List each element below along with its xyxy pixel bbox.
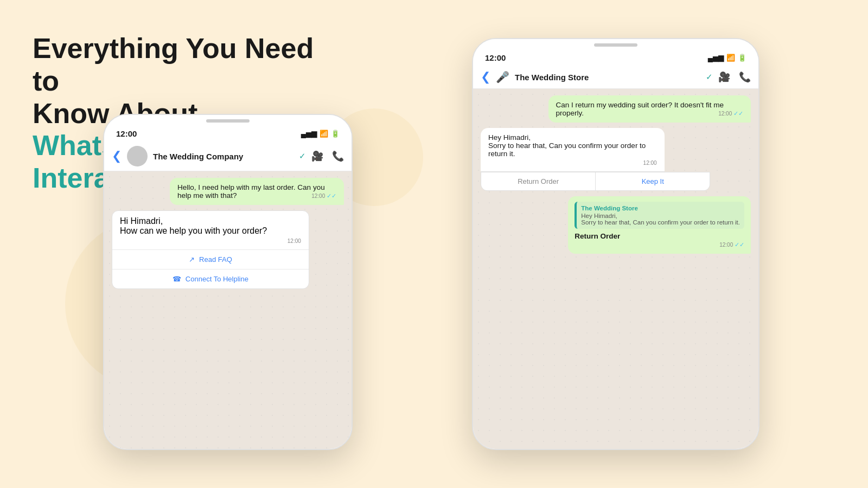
helpline-icon: ☎ bbox=[173, 275, 181, 283]
phone-icon-left[interactable]: 📞 bbox=[332, 150, 344, 162]
chosen-action-label: Return Order bbox=[575, 232, 744, 240]
contact-name-left: The Wedding Company bbox=[153, 152, 293, 161]
time-quoted-right: 12:00 ✓✓ bbox=[719, 241, 744, 248]
msg-sent-quoted: The Wedding Store Hey Himadri, Sorry to … bbox=[568, 196, 751, 254]
wifi-icon: 📶 bbox=[320, 130, 328, 138]
connect-helpline-button[interactable]: ☎ Connect To Helpline bbox=[112, 269, 309, 288]
msg-recv-container-right: Hey Himadri, Sorry to hear that, Can you… bbox=[481, 128, 710, 191]
msg-sent-left: Hello, I need help with my last order. C… bbox=[170, 178, 344, 205]
keep-it-button[interactable]: Keep It bbox=[596, 172, 710, 190]
read-faq-icon: ↗ bbox=[189, 255, 195, 264]
video-icon-left[interactable]: 🎥 bbox=[311, 150, 323, 162]
time-sent-right: 12:00 ✓✓ bbox=[718, 110, 743, 117]
quoted-block: The Wedding Store Hey Himadri, Sorry to … bbox=[575, 202, 744, 229]
battery-icon-r: 🔋 bbox=[738, 54, 746, 62]
chat-left: Hello, I need help with my last order. C… bbox=[104, 171, 352, 449]
verified-icon-right: ✓ bbox=[706, 72, 713, 82]
double-tick-left: ✓✓ bbox=[327, 192, 336, 199]
contact-name-right: The Wedding Store bbox=[515, 73, 700, 82]
phone-icon-right[interactable]: 📞 bbox=[739, 71, 751, 83]
verified-icon-left: ✓ bbox=[299, 151, 306, 161]
double-tick-right: ✓✓ bbox=[733, 110, 743, 117]
msg-recv-text-left: Hi Himadri, How can we help you with you… bbox=[112, 211, 309, 249]
return-order-button[interactable]: Return Order bbox=[481, 172, 595, 190]
status-bar-left: 12:00 ▄▅▆ 📶 🔋 bbox=[104, 124, 352, 142]
status-icons-left: ▄▅▆ 📶 🔋 bbox=[301, 130, 340, 138]
phone-right: 12:00 ▄▅▆ 📶 🔋 ❮ 🎤 The Wedding Store ✓ 🎥 … bbox=[472, 38, 760, 450]
notch-left bbox=[206, 119, 250, 123]
signal-icon: ▄▅▆ bbox=[301, 130, 317, 138]
status-bar-right: 12:00 ▄▅▆ 📶 🔋 bbox=[473, 48, 758, 66]
two-btn-row: Return Order Keep It bbox=[481, 172, 710, 191]
read-faq-button[interactable]: ↗ Read FAQ bbox=[112, 249, 309, 269]
call-icons-right: 🎥 📞 bbox=[718, 71, 751, 83]
status-icons-right: ▄▅▆ 📶 🔋 bbox=[708, 54, 746, 62]
wa-header-right: ❮ 🎤 The Wedding Store ✓ 🎥 📞 bbox=[473, 66, 758, 89]
back-button-left[interactable]: ❮ bbox=[112, 149, 122, 163]
call-icons-left: 🎥 📞 bbox=[311, 150, 344, 162]
video-icon-right[interactable]: 🎥 bbox=[718, 71, 730, 83]
notch-right bbox=[594, 43, 637, 47]
double-tick-quoted: ✓✓ bbox=[735, 241, 744, 248]
time-recv-right: 12:00 bbox=[643, 160, 657, 166]
avatar-left bbox=[127, 146, 148, 166]
wa-header-left: ❮ The Wedding Company ✓ 🎥 📞 bbox=[104, 142, 352, 171]
phone-left: 12:00 ▄▅▆ 📶 🔋 ❮ The Wedding Company ✓ 🎥 … bbox=[103, 114, 353, 450]
msg-actions-left: Hi Himadri, How can we help you with you… bbox=[112, 210, 309, 289]
signal-icon-r: ▄▅▆ bbox=[708, 54, 724, 62]
wifi-icon-r: 📶 bbox=[726, 54, 735, 62]
time-recv-left: 12:00 bbox=[288, 238, 301, 244]
back-button-right[interactable]: ❮ bbox=[481, 70, 490, 84]
chat-right: Can I return my wedding suit order? It d… bbox=[473, 89, 758, 449]
msg-sent-right: Can I return my wedding suit order? It d… bbox=[548, 95, 751, 123]
msg-recv-right: Hey Himadri, Sorry to hear that, Can you… bbox=[481, 128, 665, 172]
time-sent-left: 12:00 ✓✓ bbox=[311, 192, 336, 200]
battery-icon: 🔋 bbox=[331, 130, 340, 138]
mic-icon: 🎤 bbox=[496, 70, 509, 84]
